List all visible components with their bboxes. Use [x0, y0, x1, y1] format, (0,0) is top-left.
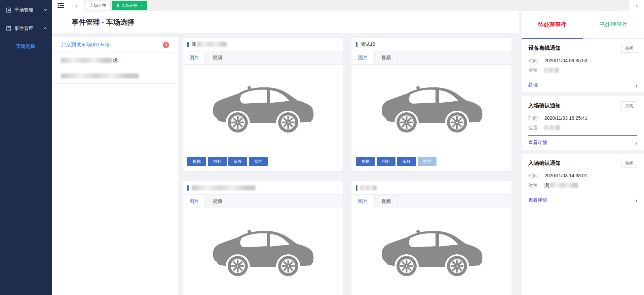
camera-card: 图片 视频 抓拍 抬杆 落杆 监控 — [182, 181, 343, 295]
masked-text — [61, 58, 112, 63]
location-label: 位置 — [528, 181, 544, 190]
title-accent-bar — [356, 185, 357, 191]
event-title: 设备离线通知 — [528, 45, 561, 52]
page-header: 事件管理 - 车场选择 — [52, 11, 519, 33]
view-details-link[interactable]: 查看详情 — [528, 140, 547, 146]
page-title: 事件管理 - 车场选择 — [72, 17, 135, 27]
capture-button[interactable]: 抓拍 — [356, 157, 375, 166]
tab-image[interactable]: 图片 — [183, 195, 206, 208]
camera-cards-grid: 测 图片 视频 抓拍 抬 — [182, 37, 519, 295]
raise-gate-button[interactable]: 抬杆 — [377, 157, 395, 166]
event-title: 入场确认通知 — [528, 102, 561, 109]
document-icon — [6, 7, 11, 13]
camera-card: 图片 视频 抓拍 抬杆 落杆 监控 — [351, 181, 512, 295]
masked-text — [544, 68, 559, 73]
raise-gate-button[interactable]: 抬杆 — [208, 157, 227, 166]
tab-scroll-right-icon[interactable]: › — [629, 0, 644, 11]
route-tab-lot-select[interactable]: 车场选择 × — [112, 1, 147, 10]
tab-video[interactable]: 视频 — [375, 51, 398, 64]
pending-count-badge: 3 — [163, 42, 169, 48]
route-tab-parking-mgmt[interactable]: 车场管理 — [85, 1, 111, 10]
close-event-button[interactable]: 关闭 — [621, 159, 637, 168]
event-location — [544, 123, 560, 133]
monitor-button[interactable]: 监控 — [418, 157, 437, 166]
capture-button[interactable]: 抓拍 — [187, 157, 206, 166]
event-location: 测 — [544, 181, 578, 190]
app-root: 车场管理 事件管理 车场选择 — [0, 0, 644, 295]
topbar: ‹ 车场管理 车场选择 × › — [52, 0, 644, 11]
car-image — [351, 65, 512, 154]
document-icon — [6, 26, 11, 31]
car-image — [351, 208, 512, 295]
active-dot-icon — [117, 4, 119, 7]
tab-video[interactable]: 视频 — [206, 51, 229, 64]
tab-image[interactable]: 图片 — [183, 51, 206, 64]
event-time: 2020/11/04 09:35:53 — [544, 56, 587, 66]
chevron-up-icon — [43, 26, 47, 31]
masked-text — [197, 42, 227, 47]
sidebar: 车场管理 事件管理 车场选择 — [0, 0, 52, 295]
camera-card: 测试10 图片 视频 抓拍 抬杆 — [351, 37, 512, 172]
event-time: 2020/11/03 16:25:41 — [544, 113, 587, 123]
car-image — [183, 65, 343, 154]
location-label: 位置 — [528, 123, 544, 133]
time-label: 时间 — [528, 56, 544, 66]
masked-text — [61, 73, 139, 78]
close-event-button[interactable]: 关闭 — [621, 44, 637, 53]
lot-item-masked[interactable] — [52, 68, 178, 84]
hamburger-icon[interactable] — [52, 0, 69, 11]
tab-processed-events[interactable]: 已处理事件 — [583, 11, 644, 38]
tab-image[interactable]: 图片 — [351, 195, 375, 208]
car-image — [183, 208, 343, 295]
lot-item-masked[interactable]: 场 — [52, 53, 178, 68]
event-card: 设备离线通知 关闭 时间 2020/11/04 09:35:53 位置 — [522, 39, 644, 92]
chevron-right-icon[interactable]: › — [635, 197, 637, 204]
monitor-button[interactable]: 监控 — [249, 157, 268, 166]
camera-title: 测 — [192, 41, 196, 47]
event-time: 2020/11/03 14:38:01 — [544, 171, 587, 181]
location-label: 位置 — [528, 66, 544, 75]
tab-video[interactable]: 视频 — [206, 195, 229, 208]
tab-pending-events[interactable]: 待处理事件 — [522, 11, 583, 38]
chevron-right-icon[interactable]: › — [635, 140, 637, 146]
main-area: ‹ 车场管理 车场选择 × › 事件管理 - 车场选择 — [52, 0, 644, 295]
event-card: 入场确认通知 关闭 时间 2020/11/03 16:25:41 位置 — [522, 96, 644, 150]
event-location — [544, 66, 559, 75]
sidebar-item-label: 事件管理 — [14, 26, 43, 32]
lot-item-beijing-001[interactable]: 北京测试车场001车场 3 — [52, 37, 178, 53]
chevron-right-icon[interactable]: › — [635, 82, 637, 88]
time-label: 时间 — [528, 113, 544, 123]
sidebar-item-parking-mgmt[interactable]: 车场管理 — [0, 1, 52, 19]
event-title: 入场确认通知 — [528, 160, 561, 167]
handle-event-link[interactable]: 处理 — [528, 82, 538, 88]
lower-gate-button[interactable]: 落杆 — [397, 157, 416, 166]
title-accent-bar — [187, 42, 189, 47]
sidebar-item-event-mgmt[interactable]: 事件管理 — [0, 19, 52, 38]
sidebar-subitem-lot-select[interactable]: 车场选择 — [0, 38, 52, 55]
camera-card: 测 图片 视频 抓拍 抬 — [182, 37, 343, 172]
camera-title: 测试10 — [361, 41, 375, 47]
sidebar-item-label: 车场管理 — [14, 7, 43, 13]
chevron-down-icon — [43, 7, 47, 13]
time-label: 时间 — [528, 171, 544, 181]
close-event-button[interactable]: 关闭 — [621, 101, 637, 110]
view-details-link[interactable]: 查看详情 — [528, 197, 547, 203]
close-icon[interactable]: × — [141, 1, 143, 10]
route-tabs-strip: ‹ 车场管理 车场选择 × › — [69, 0, 644, 11]
lot-list-panel: 北京测试车场001车场 3 场 — [52, 37, 178, 295]
masked-text — [550, 183, 578, 188]
events-panel: 待处理事件 已处理事件 设备离线通知 关闭 时间 2020/11/04 09:3… — [522, 11, 644, 295]
tab-scroll-left-icon[interactable]: ‹ — [69, 0, 84, 11]
tab-video[interactable]: 视频 — [375, 195, 398, 208]
title-accent-bar — [187, 185, 189, 191]
masked-text — [361, 185, 377, 190]
masked-text — [544, 125, 560, 130]
lower-gate-button[interactable]: 落杆 — [228, 157, 247, 166]
title-accent-bar — [356, 42, 357, 47]
event-card: 入场确认通知 关闭 时间 2020/11/03 14:38:01 位置 测 — [522, 154, 644, 207]
masked-text — [192, 185, 256, 190]
tab-image[interactable]: 图片 — [351, 51, 375, 64]
